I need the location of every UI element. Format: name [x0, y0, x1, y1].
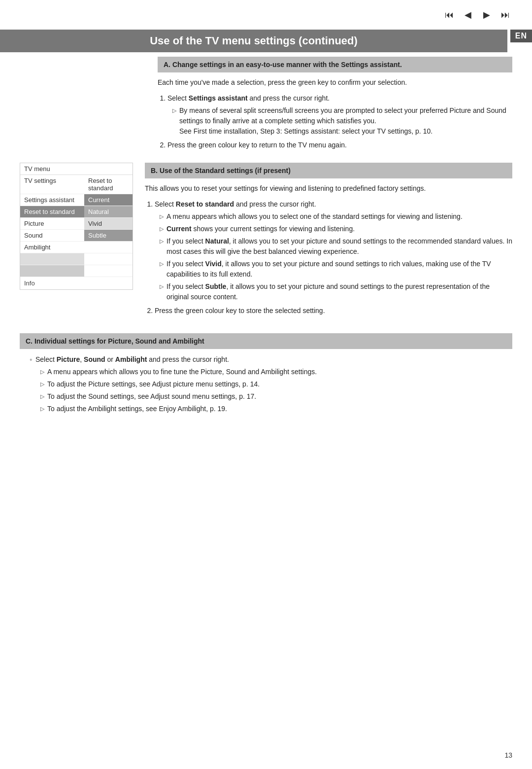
tv-menu-row-2: Settings assistant Current [20, 194, 133, 206]
section-c: C. Individual settings for Picture, Soun… [20, 333, 512, 414]
section-b-sub-1-5: If you select Subtle, it allows you to s… [160, 281, 512, 302]
tv-menu-panel: TV menu TV settings Reset to standard Se… [20, 163, 133, 290]
section-a-sub-1: By means of several split screens/full s… [167, 105, 512, 137]
section-a-step-2: Press the green colour key to return to … [167, 140, 512, 150]
section-b-intro: This allows you to reset your settings f… [145, 183, 512, 194]
section-b-steps: Select Reset to standard and press the c… [145, 199, 512, 316]
prev-icon[interactable]: ◀ [461, 9, 475, 21]
page-number: 13 [504, 751, 512, 759]
section-b-header: B. Use of the Standard settings (if pres… [145, 163, 512, 178]
tv-menu-right-3: Natural [84, 206, 133, 218]
main-content: A. Change settings in an easy-to-use man… [20, 57, 512, 749]
section-b-step-2: Press the green colour key to store the … [155, 305, 512, 316]
section-c-sub-1-4: To adjust the Ambilight settings, see En… [40, 404, 512, 414]
section-c-item-1: Select Picture, Sound or Ambilight and p… [30, 354, 512, 414]
section-b-sub-1-3: If you select Natural, it allows you to … [160, 236, 512, 257]
section-c-sub-1: A menu appears which allows you to fine … [35, 367, 512, 414]
section-a-step-1: Select Settings assistant and press the … [167, 93, 512, 137]
section-a-header: A. Change settings in an easy-to-use man… [158, 57, 512, 72]
section-b-sub-1: A menu appears which allows you to selec… [155, 211, 512, 302]
section-b-sub-1-1: A menu appears which allows you to selec… [160, 211, 512, 222]
tv-menu-left-4: Picture [20, 218, 84, 230]
tv-menu-right-4: Vivid [84, 218, 133, 230]
tv-menu-row-6: Ambilight [20, 242, 133, 253]
section-a-sub-1-item: By means of several split screens/full s… [172, 105, 512, 137]
section-a-intro: Each time you've made a selection, press… [158, 77, 512, 88]
tv-menu-right-8 [84, 265, 133, 277]
tv-menu-left-6: Ambilight [20, 242, 84, 253]
section-a: A. Change settings in an easy-to-use man… [20, 57, 512, 151]
section-c-list: Select Picture, Sound or Ambilight and p… [20, 354, 512, 414]
top-navigation: ⏮ ◀ ▶ ⏭ [442, 9, 512, 21]
section-c-sub-1-2: To adjust the Picture settings, see Adju… [40, 379, 512, 389]
page-title: Use of the TV menu settings (continued) [0, 30, 507, 52]
language-badge: EN [510, 30, 532, 42]
section-b-sub-1-4: If you select Vivid, it allows you to se… [160, 259, 512, 280]
skip-forward-icon[interactable]: ⏭ [499, 9, 512, 21]
section-b: TV menu TV settings Reset to standard Se… [20, 163, 512, 321]
tv-menu-left-3: Reset to standard [20, 206, 84, 218]
tv-menu-row-1: TV settings Reset to standard [20, 175, 133, 194]
section-c-header: C. Individual settings for Picture, Soun… [20, 333, 512, 349]
tv-menu-row-7 [20, 253, 133, 265]
tv-menu-title: TV menu [20, 163, 133, 175]
tv-menu-left-1: TV settings [20, 175, 84, 194]
section-a-steps: Select Settings assistant and press the … [158, 93, 512, 151]
tv-menu-left-7 [20, 253, 84, 265]
next-icon[interactable]: ▶ [480, 9, 494, 21]
section-c-sub-1-1: A menu appears which allows you to fine … [40, 367, 512, 377]
tv-menu-row-5: Sound Subtle [20, 230, 133, 242]
section-b-step-1: Select Reset to standard and press the c… [155, 199, 512, 302]
section-b-right: B. Use of the Standard settings (if pres… [145, 163, 512, 321]
tv-menu-right-2: Current [84, 194, 133, 206]
tv-menu-row-4: Picture Vivid [20, 218, 133, 230]
tv-menu-right-6 [84, 242, 133, 253]
tv-menu-left-5: Sound [20, 230, 84, 242]
tv-menu-right-5: Subtle [84, 230, 133, 242]
tv-menu-right-7 [84, 253, 133, 265]
tv-menu-row-8 [20, 265, 133, 277]
section-b-sub-1-2: Current shows your current settings for … [160, 224, 512, 234]
skip-back-icon[interactable]: ⏮ [442, 9, 456, 21]
tv-menu-right-1: Reset to standard [84, 175, 133, 194]
tv-menu-row-3: Reset to standard Natural [20, 206, 133, 218]
tv-menu-left-2: Settings assistant [20, 194, 84, 206]
tv-menu-left-8 [20, 265, 84, 277]
tv-menu-info: Info [20, 277, 133, 289]
section-c-sub-1-3: To adjust the Sound settings, see Adjust… [40, 391, 512, 402]
